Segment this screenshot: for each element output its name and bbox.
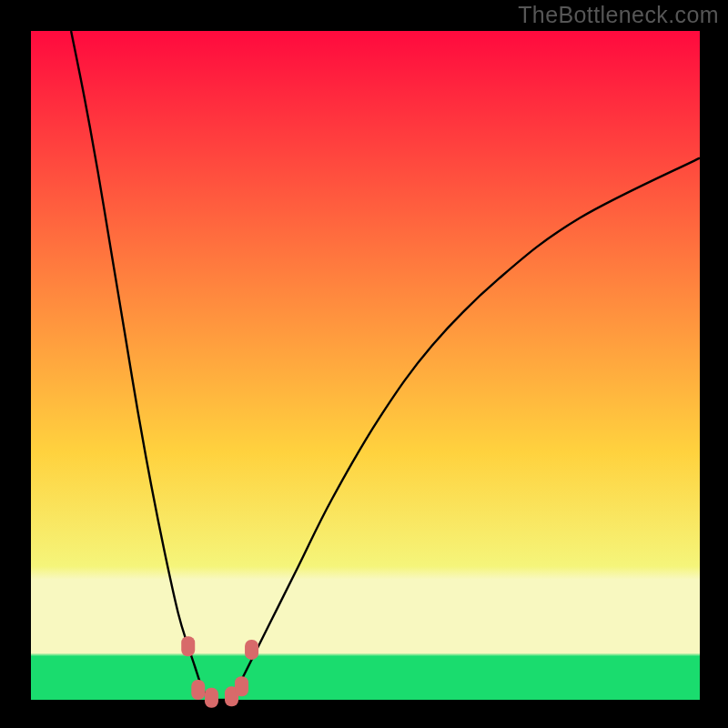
watermark-text: TheBottleneck.com bbox=[518, 2, 719, 28]
plot-background-gradient bbox=[31, 31, 700, 700]
valley-marker bbox=[235, 676, 248, 696]
chart-frame: TheBottleneck.com bbox=[0, 0, 728, 728]
valley-marker bbox=[191, 680, 205, 700]
valley-marker bbox=[205, 688, 218, 708]
valley-marker bbox=[245, 640, 258, 660]
valley-marker bbox=[181, 636, 195, 656]
bottleneck-plot bbox=[0, 0, 728, 728]
